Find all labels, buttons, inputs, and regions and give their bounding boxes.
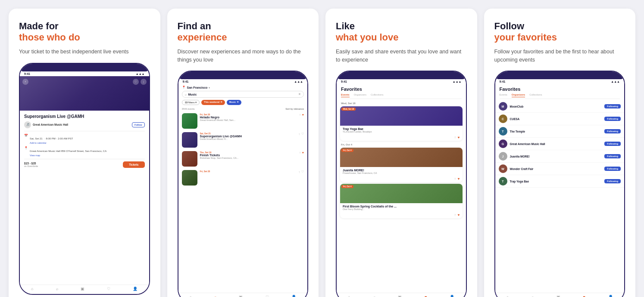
nav-browse[interactable]: ▣ xyxy=(398,295,402,297)
event-actions-2: ↑ ♡ xyxy=(299,132,304,136)
nav-browse[interactable]: ▣ xyxy=(81,287,84,293)
filter-chip-music[interactable]: Music ✕ xyxy=(227,100,241,105)
event-name-2: Juanita MORE! xyxy=(343,169,460,172)
menu-button[interactable]: ⋮ xyxy=(141,79,147,85)
address-text: Great American Music Hall 859 O'Farrell … xyxy=(30,150,106,152)
search-bar[interactable]: ⌕ Music ✕ xyxy=(182,91,304,98)
event-item-1[interactable]: Fri, Set 20 Helado Negro Great American … xyxy=(178,111,308,130)
nav-search[interactable]: ⌕ xyxy=(531,295,534,297)
nav-search[interactable]: ⌕ xyxy=(373,295,375,297)
share-icon[interactable]: ↑ xyxy=(454,177,456,181)
tab-events[interactable]: Events xyxy=(341,93,350,97)
fav-event-3[interactable]: Fri, Oct 4 First Bloom Spring Cocktails … xyxy=(340,184,463,218)
heart-icon[interactable]: ♥ xyxy=(458,177,460,181)
follow-button[interactable]: Follow xyxy=(132,122,144,127)
heart-icon-4[interactable]: ♡ xyxy=(301,170,304,173)
filter-chip-weekend[interactable]: This weekend ✕ xyxy=(201,100,225,105)
heart-icon-2[interactable]: ♡ xyxy=(301,132,304,136)
heart-icon-1[interactable]: ♥ xyxy=(302,113,304,116)
location-text: San Francisco xyxy=(187,86,208,89)
org-item-6[interactable]: T Trap Yoga Bae Following xyxy=(495,175,625,188)
share-icon-2[interactable]: ↑ xyxy=(299,133,300,136)
event-info-1: Fri, Set 20 Helado Negro Great American … xyxy=(200,113,297,121)
heart-icon[interactable]: ♥ xyxy=(458,213,460,217)
event-details-1: Trap Yoga Bae YL3 Event Center, Brooklyn xyxy=(340,126,463,135)
tab4-collections[interactable]: Collections xyxy=(529,93,542,97)
org-item-4[interactable]: J Juanita MORE! Following xyxy=(495,150,625,163)
following-btn-6[interactable]: Following xyxy=(604,179,621,183)
event-item-2[interactable]: Sat, Set 21 Superorganism Live @GAMH Gre… xyxy=(178,130,308,149)
calendar-link[interactable]: Add to calendar xyxy=(30,142,73,144)
fav-event-1[interactable]: Wed, Set 18 Trap Yoga Bae YL3 Event Cent… xyxy=(340,106,463,141)
nav-favorites[interactable]: ♡ xyxy=(107,287,110,293)
card1-title-orange: those who do xyxy=(19,32,150,43)
nav-profile[interactable]: 👤 xyxy=(608,295,613,297)
filter-chips: ⊟ Filters ▾ This weekend ✕ Music ✕ xyxy=(178,99,308,106)
nav-favorites[interactable]: ♥ xyxy=(583,295,585,297)
org-item-5[interactable]: W Wonder Craft Fair Following xyxy=(495,163,625,175)
chevron-icon: ▾ xyxy=(209,86,210,89)
fav-event-2[interactable]: Fri, Oct 4 Juanita MORE! Powerhouse, San… xyxy=(340,148,463,182)
favorites-tabs-4: Events Organizers Collections xyxy=(500,93,620,99)
event-item-4[interactable]: Fri, Set 20 ↑ ♡ xyxy=(178,168,308,187)
tab-collections[interactable]: Collections xyxy=(371,93,383,97)
following-btn-0[interactable]: Following xyxy=(604,104,621,108)
nav-browse[interactable]: ▣ xyxy=(556,295,560,297)
event-venue-2: Great American Music H... xyxy=(200,138,296,140)
card1-desc: Your ticket to the best independent live… xyxy=(19,48,150,56)
following-btn-3[interactable]: Following xyxy=(604,142,621,146)
event-thumb-2 xyxy=(182,132,197,148)
nav-home[interactable]: ⌂ xyxy=(190,295,192,297)
phone3-status: 9:41 ▲▲▲ xyxy=(337,79,466,84)
ticket-button[interactable]: Tickets xyxy=(123,161,144,168)
status-icons: ▲▲▲ xyxy=(136,72,145,75)
share-icon[interactable]: ↑ xyxy=(454,213,456,217)
following-btn-4[interactable]: Following xyxy=(604,154,621,158)
nav-profile[interactable]: 👤 xyxy=(450,295,454,297)
event-actions-fav1: ↑ ♥ xyxy=(340,135,463,141)
card-follow: Follow your favorites Follow your favori… xyxy=(484,9,636,297)
clear-icon[interactable]: ✕ xyxy=(298,93,301,96)
org-name-4: Juanita MORE! xyxy=(510,155,602,158)
org-item-2[interactable]: T The Temple Following xyxy=(495,125,625,138)
org-item-0[interactable]: M MoonClub Following xyxy=(495,100,625,113)
nav-search[interactable]: ⌕ xyxy=(56,287,58,293)
back-button[interactable]: ‹ xyxy=(22,79,28,85)
org-item-1[interactable]: C CUESA Following xyxy=(495,113,625,125)
nav-home[interactable]: ⌂ xyxy=(506,295,509,297)
nav-profile[interactable]: 👤 xyxy=(133,287,138,293)
nav-home[interactable]: ⌂ xyxy=(348,295,350,297)
heart-icon-3[interactable]: ♥ xyxy=(302,151,304,154)
event-item-3[interactable]: Thu, Set 19 Finish Tickets Rickshaw Stop… xyxy=(178,149,308,168)
share-icon-3[interactable]: ↑ xyxy=(299,151,301,154)
heart-icon[interactable]: ♥ xyxy=(458,136,460,139)
nav-profile[interactable]: 👤 xyxy=(291,295,296,297)
event-loc-3: One Ferry Building... xyxy=(343,208,460,210)
share-icon[interactable]: ↑ xyxy=(454,136,456,139)
filter-chip-filters[interactable]: ⊟ Filters ▾ xyxy=(182,100,200,105)
nav-favorites[interactable]: ♥ xyxy=(425,295,427,297)
heart-button[interactable]: ♡ xyxy=(133,79,139,85)
org-item-3[interactable]: G Great American Music Hall Following xyxy=(495,138,625,150)
nav-favorites[interactable]: ♡ xyxy=(266,295,269,297)
tab-organizers[interactable]: Organizers xyxy=(354,93,366,97)
org-avatar-2: T xyxy=(499,127,507,136)
following-btn-1[interactable]: Following xyxy=(604,117,621,121)
map-link[interactable]: View map xyxy=(30,154,106,157)
event-date-4: Fri, Set 20 xyxy=(200,170,296,173)
following-btn-2[interactable]: Following xyxy=(604,129,621,133)
tab4-organizers[interactable]: Organizers xyxy=(512,93,525,97)
share-icon-1[interactable]: ↑ xyxy=(299,113,301,116)
nav-home[interactable]: ⌂ xyxy=(31,287,33,293)
sort-label[interactable]: Sort by relevance xyxy=(285,108,304,110)
event-info-3: Thu, Set 19 Finish Tickets Rickshaw Stop… xyxy=(200,151,297,159)
nav-browse[interactable]: ▣ xyxy=(239,295,243,297)
following-btn-5[interactable]: Following xyxy=(604,167,621,171)
calendar-icon: 📅 xyxy=(24,134,28,137)
share-icon-4[interactable]: ↑ xyxy=(299,170,300,173)
nav-search[interactable]: ⌕ xyxy=(214,295,216,297)
date-badge-1: Wed, Set 18 xyxy=(341,108,356,111)
org-name-1: CUESA xyxy=(510,118,602,121)
event-actions-3: ↑ ♥ xyxy=(299,151,304,154)
tab4-events[interactable]: Events xyxy=(500,93,507,97)
